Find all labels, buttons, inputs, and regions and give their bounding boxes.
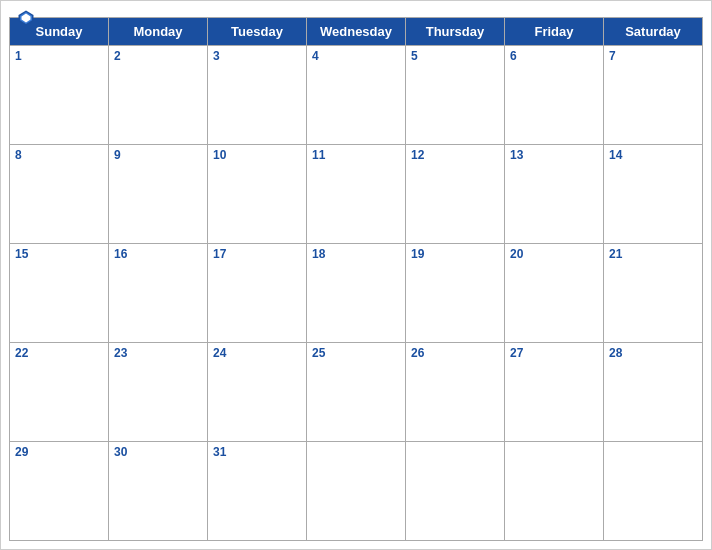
week-row-1: 1234567 — [10, 46, 703, 145]
day-cell-13: 13 — [505, 145, 604, 244]
day-cell-10: 10 — [208, 145, 307, 244]
day-headers: SundayMondayTuesdayWednesdayThursdayFrid… — [10, 18, 703, 46]
week-row-2: 891011121314 — [10, 145, 703, 244]
day-cell-26: 26 — [406, 343, 505, 442]
day-header-saturday: Saturday — [604, 18, 703, 46]
calendar-weeks: 1234567891011121314151617181920212223242… — [10, 46, 703, 541]
day-cell-30: 30 — [109, 442, 208, 541]
day-cell-4: 4 — [307, 46, 406, 145]
day-cell-23: 23 — [109, 343, 208, 442]
day-cell-17: 17 — [208, 244, 307, 343]
day-cell-empty — [307, 442, 406, 541]
week-row-5: 293031 — [10, 442, 703, 541]
day-cell-7: 7 — [604, 46, 703, 145]
calendar-header — [1, 1, 711, 17]
day-cell-1: 1 — [10, 46, 109, 145]
day-cell-16: 16 — [109, 244, 208, 343]
day-cell-20: 20 — [505, 244, 604, 343]
week-row-3: 15161718192021 — [10, 244, 703, 343]
calendar-container: SundayMondayTuesdayWednesdayThursdayFrid… — [0, 0, 712, 550]
day-cell-31: 31 — [208, 442, 307, 541]
calendar-grid: SundayMondayTuesdayWednesdayThursdayFrid… — [9, 17, 703, 541]
day-cell-24: 24 — [208, 343, 307, 442]
day-cell-27: 27 — [505, 343, 604, 442]
day-cell-empty — [604, 442, 703, 541]
day-cell-22: 22 — [10, 343, 109, 442]
day-cell-15: 15 — [10, 244, 109, 343]
day-cell-12: 12 — [406, 145, 505, 244]
day-cell-18: 18 — [307, 244, 406, 343]
day-header-tuesday: Tuesday — [208, 18, 307, 46]
day-cell-29: 29 — [10, 442, 109, 541]
day-header-friday: Friday — [505, 18, 604, 46]
day-cell-empty — [406, 442, 505, 541]
day-cell-3: 3 — [208, 46, 307, 145]
day-cell-21: 21 — [604, 244, 703, 343]
day-cell-5: 5 — [406, 46, 505, 145]
day-cell-11: 11 — [307, 145, 406, 244]
day-header-monday: Monday — [109, 18, 208, 46]
day-cell-6: 6 — [505, 46, 604, 145]
day-cell-25: 25 — [307, 343, 406, 442]
day-cell-19: 19 — [406, 244, 505, 343]
day-cell-28: 28 — [604, 343, 703, 442]
generalblue-logo-icon — [17, 9, 35, 27]
week-row-4: 22232425262728 — [10, 343, 703, 442]
day-header-thursday: Thursday — [406, 18, 505, 46]
day-cell-8: 8 — [10, 145, 109, 244]
day-cell-2: 2 — [109, 46, 208, 145]
day-cell-empty — [505, 442, 604, 541]
day-header-wednesday: Wednesday — [307, 18, 406, 46]
day-cell-9: 9 — [109, 145, 208, 244]
day-cell-14: 14 — [604, 145, 703, 244]
logo-area — [17, 9, 39, 27]
